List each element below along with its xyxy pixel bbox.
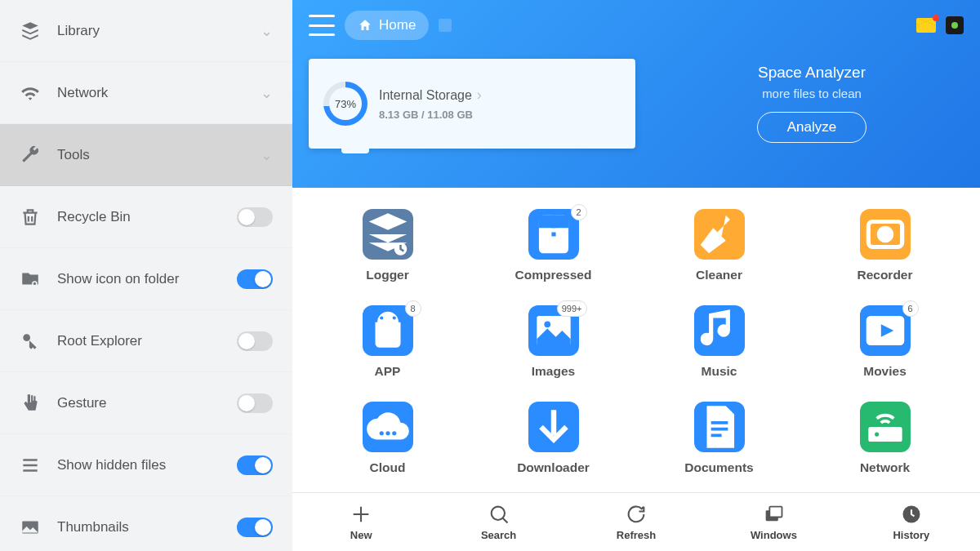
toggle-show-icon[interactable] xyxy=(237,269,273,289)
header: Home 73% Internal Storage › 8.13 GB / 11… xyxy=(292,0,980,188)
tile-music[interactable]: Music xyxy=(640,305,798,379)
sidebar-item-root-explorer[interactable]: Root Explorer xyxy=(0,310,292,372)
plus-icon xyxy=(350,503,372,526)
bottombar-windows[interactable]: Windows xyxy=(705,493,842,551)
home-icon xyxy=(358,18,372,33)
movie-icon: 6 xyxy=(860,305,911,356)
sidebar-item-label: Tools xyxy=(57,147,261,163)
svg-point-19 xyxy=(491,507,504,520)
toggle-hidden-files[interactable] xyxy=(237,455,273,475)
tile-label: Cloud xyxy=(370,460,406,475)
analyze-button[interactable]: Analyze xyxy=(757,112,866,143)
bottombar-search[interactable]: Search xyxy=(430,493,567,551)
tile-logger[interactable]: Logger xyxy=(309,209,466,282)
toggle-recycle-bin[interactable] xyxy=(237,207,273,227)
hand-icon xyxy=(20,393,41,414)
trash-icon xyxy=(20,207,41,228)
tile-label: APP xyxy=(375,364,401,379)
usage-ring: 73% xyxy=(323,82,368,126)
search-icon xyxy=(488,503,510,526)
tile-compressed[interactable]: 2Compressed xyxy=(474,209,632,282)
broom-icon xyxy=(694,209,745,260)
tile-label: Network xyxy=(860,460,910,475)
sidebar-item-tools[interactable]: Tools ⌄ xyxy=(0,124,292,186)
key-icon xyxy=(20,331,41,352)
toggle-root-explorer[interactable] xyxy=(237,331,273,351)
sidebar-item-label: Show icon on folder xyxy=(57,271,237,287)
status-square-icon[interactable] xyxy=(946,16,964,34)
tile-label: Images xyxy=(532,364,575,379)
sidebar-item-thumbnails[interactable]: Thumbnails xyxy=(0,496,292,551)
tile-downloader[interactable]: Downloader xyxy=(474,402,632,475)
toggle-gesture[interactable] xyxy=(237,393,273,413)
sidebar-item-label: Recycle Bin xyxy=(57,209,237,225)
download-icon xyxy=(528,402,579,452)
svg-point-8 xyxy=(879,228,892,241)
clock-icon xyxy=(900,503,923,526)
sidebar-item-label: Network xyxy=(57,85,261,101)
hamburger-icon[interactable] xyxy=(309,15,335,36)
toggle-thumbnails[interactable] xyxy=(237,518,273,537)
tile-label: Logger xyxy=(366,268,409,282)
tile-cloud[interactable]: Cloud xyxy=(309,402,466,475)
svg-point-15 xyxy=(385,431,390,435)
bottom-bar: New Search Refresh Windows History xyxy=(292,492,980,551)
svg-point-14 xyxy=(379,431,383,435)
android-icon: 8 xyxy=(363,305,413,356)
sidebar-item-library[interactable]: Library ⌄ xyxy=(0,0,292,62)
refresh-icon xyxy=(625,503,648,526)
cloud-icon xyxy=(363,402,413,452)
tile-label: Music xyxy=(702,364,737,379)
wifi-icon xyxy=(20,82,41,104)
analyzer-title: Space Analyzer xyxy=(660,64,964,82)
sidebar-item-label: Show hidden files xyxy=(57,457,237,473)
windows-icon xyxy=(762,503,785,526)
bottombar-refresh[interactable]: Refresh xyxy=(568,493,705,551)
tile-recorder[interactable]: Recorder xyxy=(806,209,964,282)
svg-point-1 xyxy=(33,282,36,284)
storage-title: Internal Storage xyxy=(379,88,472,103)
list-icon xyxy=(20,455,41,476)
bottombar-history[interactable]: History xyxy=(843,493,980,551)
notification-dot xyxy=(933,15,939,21)
home-tab[interactable]: Home xyxy=(345,11,429,40)
svg-point-18 xyxy=(875,432,879,436)
svg-point-10 xyxy=(392,316,395,319)
tile-grid: Logger2CompressedCleanerRecorder8APP999+… xyxy=(292,188,980,492)
space-analyzer: Space Analyzer more files to clean Analy… xyxy=(660,59,964,143)
bottombar-new[interactable]: New xyxy=(292,493,430,551)
tile-label: Downloader xyxy=(517,460,590,475)
sidebar-item-label: Library xyxy=(57,23,261,39)
tile-documents[interactable]: Documents xyxy=(640,402,798,475)
svg-rect-21 xyxy=(770,507,782,518)
tile-app[interactable]: 8APP xyxy=(309,305,466,379)
sidebar-item-network[interactable]: Network ⌄ xyxy=(0,62,292,124)
topbar: Home xyxy=(309,0,964,51)
sidebar-item-gesture[interactable]: Gesture xyxy=(0,372,292,434)
tile-cleaner[interactable]: Cleaner xyxy=(640,209,798,282)
mail-icon[interactable] xyxy=(916,18,936,33)
router-icon xyxy=(860,402,911,452)
music-icon xyxy=(694,305,745,356)
svg-rect-17 xyxy=(868,427,902,442)
sidebar-item-hidden-files[interactable]: Show hidden files xyxy=(0,434,292,496)
tile-label: Movies xyxy=(863,364,906,379)
home-tab-label: Home xyxy=(379,17,416,33)
storage-card[interactable]: 73% Internal Storage › 8.13 GB / 11.08 G… xyxy=(309,59,635,149)
tile-label: Compressed xyxy=(515,268,592,282)
chevron-down-icon: ⌄ xyxy=(261,84,273,102)
tile-network[interactable]: Network xyxy=(806,402,964,475)
badge: 999+ xyxy=(557,300,587,317)
sidebar-item-label: Thumbnails xyxy=(57,519,237,535)
chevron-down-icon: ⌄ xyxy=(261,146,273,164)
doc-icon xyxy=(694,402,745,452)
tile-images[interactable]: 999+Images xyxy=(474,305,632,379)
sidebar-item-label: Gesture xyxy=(57,395,237,411)
badge: 2 xyxy=(571,204,587,220)
tile-movies[interactable]: 6Movies xyxy=(806,305,964,379)
sidebar-item-show-icon[interactable]: Show icon on folder xyxy=(0,248,292,310)
tile-label: Recorder xyxy=(857,268,912,282)
image-icon: 999+ xyxy=(528,305,579,356)
folder-eye-icon xyxy=(20,269,41,290)
sidebar-item-recycle-bin[interactable]: Recycle Bin xyxy=(0,186,292,248)
